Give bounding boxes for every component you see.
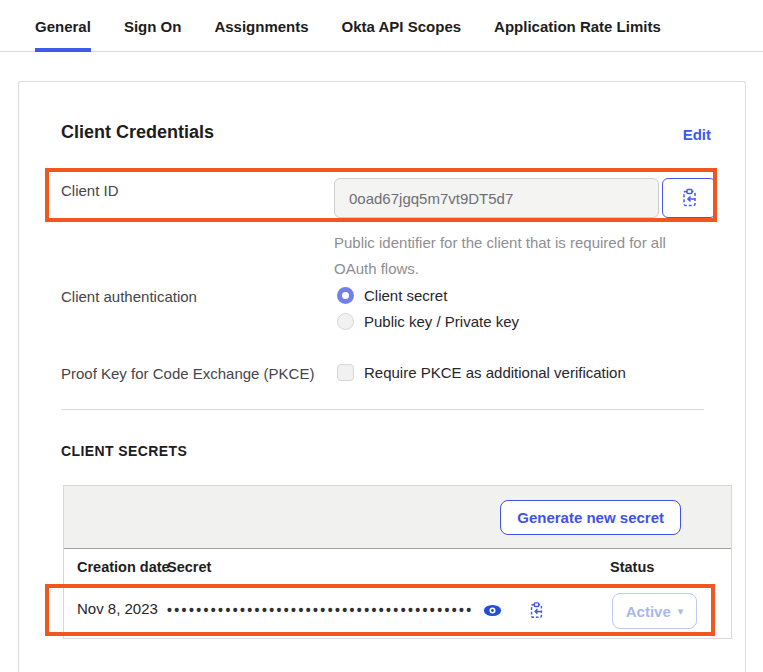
column-header-secret: Secret	[167, 559, 211, 575]
masked-secret-value: ••••••••••••••••••••••••••••••••••••••••…	[167, 603, 474, 617]
tab-general[interactable]: General	[35, 0, 91, 52]
pkce-label: Proof Key for Code Exchange (PKCE)	[61, 365, 314, 382]
section-divider	[61, 409, 704, 410]
client-id-label: Client ID	[61, 182, 119, 199]
clipboard-copy-icon	[528, 601, 545, 620]
tab-sign-on[interactable]: Sign On	[124, 0, 182, 52]
secret-creation-date: Nov 8, 2023	[77, 600, 158, 617]
client-secrets-heading: CLIENT SECRETS	[61, 443, 187, 459]
tab-assignments[interactable]: Assignments	[214, 0, 308, 52]
pkce-checkbox[interactable]	[337, 364, 354, 381]
pkce-checkbox-label[interactable]: Require PKCE as additional verification	[364, 364, 626, 381]
copy-secret-button[interactable]	[528, 601, 545, 620]
tab-okta-api-scopes[interactable]: Okta API Scopes	[342, 0, 462, 52]
column-header-creation-date: Creation date	[77, 559, 170, 575]
app-tab-bar: General Sign On Assignments Okta API Sco…	[0, 0, 763, 52]
radio-client-secret[interactable]	[337, 287, 354, 304]
radio-client-secret-label[interactable]: Client secret	[364, 287, 447, 304]
edit-link[interactable]: Edit	[683, 126, 711, 143]
client-credentials-card: Client Credentials Edit Client ID Public…	[18, 81, 746, 672]
secret-table-row: Nov 8, 2023 ••••••••••••••••••••••••••••…	[64, 583, 731, 638]
tab-application-rate-limits[interactable]: Application Rate Limits	[494, 0, 661, 52]
card-title: Client Credentials	[61, 122, 214, 143]
status-label: Active	[626, 603, 671, 620]
client-id-input[interactable]	[334, 178, 659, 218]
client-secrets-table: Generate new secret Creation date Secret…	[63, 485, 732, 639]
client-id-help-text: Public identifier for the client that is…	[334, 230, 679, 282]
client-authentication-label: Client authentication	[61, 288, 197, 305]
radio-public-private-key-label[interactable]: Public key / Private key	[364, 313, 519, 330]
reveal-secret-button[interactable]	[483, 604, 502, 617]
secret-value-cell: ••••••••••••••••••••••••••••••••••••••••…	[167, 583, 545, 638]
status-dropdown[interactable]: Active ▾	[612, 593, 697, 629]
copy-client-id-button[interactable]	[662, 178, 716, 218]
client-id-group	[334, 178, 716, 218]
generate-new-secret-button[interactable]: Generate new secret	[500, 500, 681, 535]
secrets-toolbar: Generate new secret	[64, 486, 731, 549]
secrets-table-header: Creation date Secret Status	[64, 549, 731, 583]
clipboard-copy-icon	[680, 188, 699, 208]
radio-public-private-key[interactable]	[337, 313, 354, 330]
chevron-down-icon: ▾	[678, 605, 684, 618]
eye-icon	[483, 604, 502, 617]
column-header-status: Status	[610, 559, 654, 575]
